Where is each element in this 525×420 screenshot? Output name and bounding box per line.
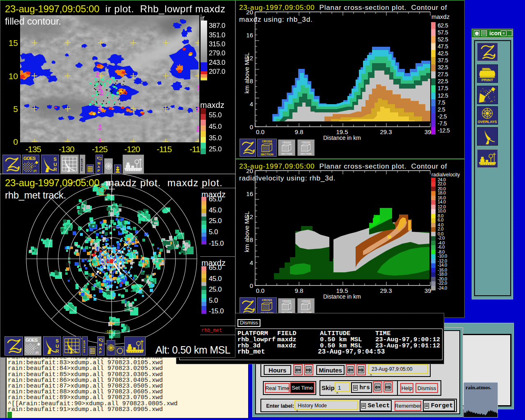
svg-text:CROSS: CROSS: [282, 299, 291, 302]
svg-text:P: P: [99, 350, 102, 354]
svg-text:PRINT: PRINT: [482, 78, 493, 82]
svg-text:SECTION: SECTION: [300, 152, 311, 155]
svg-text:SECTION: SECTION: [260, 153, 273, 156]
svg-text:OVERLAYS: OVERLAYS: [478, 120, 497, 124]
svg-text:.IR: .IR: [34, 351, 39, 355]
svg-text:U: U: [56, 344, 59, 349]
svg-text:GOES: GOES: [25, 338, 38, 343]
svg-text:U: U: [54, 162, 57, 167]
svg-text:SECTION: SECTION: [281, 152, 292, 155]
svg-text:S: S: [81, 169, 82, 171]
svg-text:GOES: GOES: [23, 156, 36, 161]
svg-text:S: S: [83, 351, 85, 353]
svg-text:CROSS: CROSS: [301, 299, 310, 302]
svg-text:CROSS: CROSS: [262, 299, 272, 301]
svg-text:CROSS: CROSS: [301, 141, 310, 144]
svg-text:S: S: [54, 157, 57, 162]
svg-text:S: S: [56, 338, 59, 343]
svg-text:.IR: .IR: [32, 169, 37, 173]
svg-text:whob-met: whob-met: [98, 194, 110, 196]
svg-text:R: R: [56, 349, 59, 354]
svg-text:CROSS: CROSS: [282, 141, 291, 144]
svg-text:P: P: [98, 169, 100, 173]
svg-text:CROSS: CROSS: [262, 140, 272, 143]
svg-text:R: R: [54, 167, 57, 172]
